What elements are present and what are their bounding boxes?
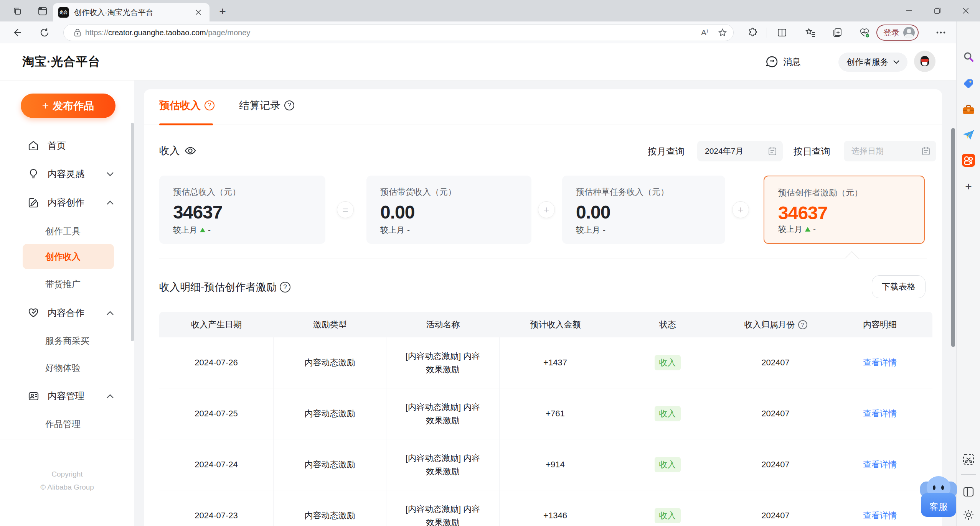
sidebar-item-creation-tools[interactable]: 创作工具	[0, 220, 134, 242]
rail-add-icon[interactable]: +	[962, 180, 975, 193]
site-favicon: 光合	[58, 7, 69, 18]
month-date-input[interactable]: 2024年7月	[697, 141, 783, 161]
sidebar-scrollbar[interactable]	[131, 123, 134, 341]
col-header-month: 收入归属月份 ?	[724, 319, 827, 330]
new-tab-button[interactable]: +	[215, 4, 230, 19]
tab-settlement-record[interactable]: 结算记录 ?	[239, 99, 294, 112]
back-icon[interactable]	[9, 25, 25, 40]
screenshot-snip-icon[interactable]	[962, 453, 975, 466]
card-label: 预估种草任务收入（元）	[576, 186, 725, 198]
kefu-label: 客服	[921, 493, 956, 517]
tab-close-icon[interactable]	[193, 7, 204, 18]
sidebar-item-inspiration[interactable]: 内容灵感	[0, 163, 134, 185]
publish-work-button[interactable]: + 发布作品	[21, 94, 115, 118]
section-divider	[159, 258, 927, 258]
search-icon[interactable]	[962, 51, 975, 64]
sidebar-item-cooperation[interactable]: 内容合作	[0, 302, 134, 324]
restore-button[interactable]	[923, 0, 952, 21]
minimize-button[interactable]	[895, 0, 923, 21]
favorites-icon[interactable]	[803, 25, 818, 40]
kuaishou-icon[interactable]	[962, 154, 975, 167]
cell-activity: [内容动态激励] 内容效果激励	[386, 490, 500, 526]
sidebar-item-creation[interactable]: 内容创作	[0, 191, 134, 214]
income-section-title: 收入	[159, 144, 196, 158]
income-filter-row: 收入 按月查询 2024年7月 按日查询 选择日期	[144, 141, 942, 162]
browser-essentials-icon[interactable]	[857, 25, 872, 40]
url-text: https://creator.guanghe.taobao.com/page/…	[85, 28, 250, 37]
card-goods-income[interactable]: 预估带货收入（元） 0.00 较上月 -	[366, 176, 531, 244]
cell-amount: +1437	[500, 337, 611, 388]
sidebar-item-works-management[interactable]: 作品管理	[0, 413, 134, 435]
eye-icon[interactable]	[185, 146, 196, 155]
customer-service-button[interactable]: 客服	[920, 471, 959, 519]
sidebar-item-home[interactable]: 首页	[0, 135, 134, 157]
toolbar-divider	[767, 28, 767, 38]
view-detail-link[interactable]: 查看详情	[863, 357, 897, 368]
card-compare: 较上月 -	[173, 225, 211, 235]
view-detail-link[interactable]: 查看详情	[863, 459, 897, 470]
browser-tab[interactable]: 光合 创作收入·淘宝光合平台	[53, 3, 210, 21]
help-icon[interactable]: ?	[205, 100, 214, 110]
active-tab-underline	[159, 123, 213, 125]
workspaces-icon[interactable]	[11, 5, 24, 18]
card-creator-incentive[interactable]: 预估创作者激励（元） 34637 较上月 -	[764, 176, 925, 244]
settings-gear-icon[interactable]	[962, 508, 975, 521]
sidebar-toggle-icon[interactable]	[962, 485, 975, 498]
browser-toolbar: https://creator.guanghe.taobao.com/page/…	[0, 21, 980, 43]
detail-section-title: 收入明细-预估创作者激励 ?	[159, 280, 290, 294]
tab-estimated-income[interactable]: 预估收入 ?	[159, 99, 214, 112]
sidebar-item-creation-income[interactable]: 创作收入	[23, 244, 114, 269]
heart-hand-icon	[27, 307, 40, 318]
sidebar-item-management[interactable]: 内容管理	[0, 385, 134, 407]
col-header-detail: 内容明细	[827, 319, 932, 330]
cell-month: 202407	[724, 388, 827, 439]
sidebar-item-provider-purchase[interactable]: 服务商采买	[0, 330, 134, 352]
cell-amount: +761	[500, 388, 611, 439]
status-badge: 收入	[655, 406, 681, 421]
browser-titlebar: 光合 创作收入·淘宝光合平台 +	[0, 0, 980, 21]
user-avatar[interactable]	[914, 51, 935, 72]
close-window-button[interactable]	[952, 0, 980, 21]
help-icon[interactable]: ?	[280, 282, 290, 293]
addressbar-actions: A)	[701, 28, 727, 37]
card-total-income[interactable]: 预估总收入（元） 34637 较上月 -	[159, 176, 325, 244]
extensions-icon[interactable]	[745, 25, 761, 40]
table-header-row: 收入产生日期 激励类型 活动名称 预计收入金额 状态 收入归属月份 ? 内容明细	[159, 312, 932, 337]
col-header-amount: 预计收入金额	[500, 319, 611, 330]
day-date-input[interactable]: 选择日期	[844, 141, 936, 161]
cell-status: 收入	[611, 439, 724, 490]
message-bubble-icon	[766, 55, 779, 68]
card-value: 0.00	[380, 202, 531, 223]
send-plane-icon[interactable]	[962, 128, 975, 141]
shopping-tag-icon[interactable]	[962, 77, 975, 90]
sidebar-item-promotion[interactable]: 带货推广	[0, 273, 134, 295]
tools-toolbox-icon[interactable]	[962, 103, 975, 116]
card-compare: 较上月 -	[778, 224, 816, 235]
cell-status: 收入	[611, 490, 724, 526]
sidebar-item-goods-experience[interactable]: 好物体验	[0, 357, 134, 378]
favorite-star-icon[interactable]	[718, 28, 727, 37]
login-button[interactable]: 登录	[876, 25, 919, 41]
card-task-income[interactable]: 预估种草任务收入（元） 0.00 较上月 -	[562, 176, 725, 244]
cell-status: 收入	[611, 337, 724, 388]
view-detail-link[interactable]: 查看详情	[863, 408, 897, 419]
more-menu-icon[interactable]	[933, 25, 949, 40]
refresh-icon[interactable]	[37, 25, 52, 40]
creator-service-dropdown[interactable]: 创作者服务	[838, 53, 907, 72]
calendar-icon	[922, 146, 930, 156]
address-bar[interactable]: https://creator.guanghe.taobao.com/page/…	[63, 24, 734, 41]
content-tabs: 预估收入 ? 结算记录 ?	[144, 89, 942, 125]
help-icon[interactable]: ?	[284, 100, 294, 110]
collections-icon[interactable]	[830, 25, 845, 40]
site-logo[interactable]: 淘宝·光合平台	[22, 54, 100, 70]
cell-activity: [内容动态激励] 内容效果激励	[386, 388, 500, 439]
tab-layout-icon[interactable]	[36, 5, 49, 18]
tab-title: 创作收入·淘宝光合平台	[74, 7, 193, 18]
download-table-button[interactable]: 下载表格	[872, 275, 926, 298]
split-screen-icon[interactable]	[774, 25, 790, 40]
help-icon[interactable]: ?	[798, 320, 807, 329]
page-scrollbar[interactable]	[951, 128, 955, 347]
messages-button[interactable]: 消息	[766, 53, 801, 70]
view-detail-link[interactable]: 查看详情	[863, 510, 897, 521]
read-aloud-icon[interactable]: A)	[701, 28, 708, 37]
